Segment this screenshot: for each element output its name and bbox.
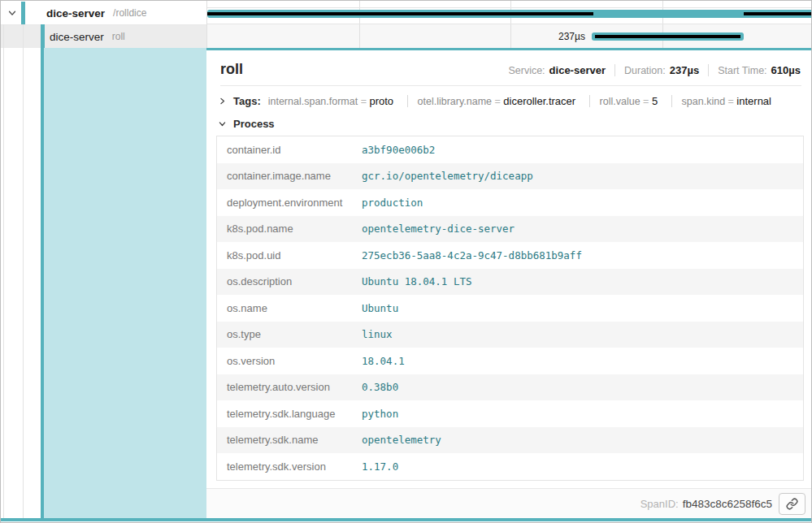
detail-header: roll Service: dice-server Duration: 237µ…	[206, 50, 812, 78]
attribute-value: 275ecb36-5aa8-4c2a-9c47-d8bb681b9aff	[362, 249, 582, 262]
jaeger-span-detail-view: dice-server /rolldice dice-server roll 2…	[0, 0, 812, 523]
critical-path-segment	[595, 35, 740, 38]
meta-value: 237µs	[670, 64, 699, 76]
tag-key: otel.library.name	[418, 96, 492, 107]
span-bar-rolldice[interactable]	[207, 10, 812, 18]
tag-item: internal.span.format = proto	[268, 95, 393, 107]
attribute-value: 0.38b0	[362, 381, 398, 393]
meta-item: Start Time: 610µs	[708, 64, 801, 76]
attribute-key: telemetry.sdk.name	[217, 434, 362, 446]
meta-value: dice-server	[549, 64, 606, 76]
attribute-value: python	[362, 408, 398, 420]
span-row-rolldice[interactable]: dice-server /rolldice	[1, 2, 206, 25]
meta-item: Duration: 237µs	[614, 64, 699, 76]
attribute-key: os.type	[217, 328, 362, 340]
tag-item: roll.value = 5	[589, 95, 658, 107]
expanded-row-bottom-accent	[1, 518, 811, 521]
attribute-value: linux	[362, 328, 393, 340]
meta-label: Start Time:	[718, 65, 766, 76]
table-row: k8s.pod.uid 275ecb36-5aa8-4c2a-9c47-d8bb…	[217, 242, 803, 269]
process-accordion[interactable]: Process	[206, 108, 812, 130]
attribute-value: opentelemetry-dice-server	[362, 223, 515, 235]
span-meta: Service: dice-server Duration: 237µs Sta…	[508, 64, 801, 76]
copy-link-button[interactable]	[779, 493, 805, 515]
link-icon	[786, 498, 798, 510]
table-row: os.description Ubuntu 18.04.1 LTS	[217, 269, 803, 296]
attribute-key: container.image.name	[217, 170, 362, 182]
attribute-key: deployment.environment	[217, 197, 362, 209]
attribute-key: os.version	[217, 355, 362, 367]
span-row-roll-selected[interactable]: dice-server roll	[1, 25, 206, 48]
attribute-value: production	[362, 197, 423, 209]
tag-key: roll.value	[600, 96, 640, 107]
expanded-row-fill	[44, 48, 206, 518]
table-row: os.type linux	[217, 322, 803, 348]
span-title: roll	[220, 61, 243, 78]
attribute-key: os.name	[217, 302, 362, 314]
meta-label: Service:	[508, 65, 545, 76]
span-bar-roll[interactable]	[592, 32, 744, 41]
tag-item: otel.library.name = diceroller.tracer	[407, 95, 576, 107]
detail-footer: SpanID: fb483c8c6258f6c5	[206, 488, 812, 518]
attribute-value: 1.17.0	[362, 460, 398, 473]
trace-timeline: 237µs	[206, 1, 812, 48]
tag-value: proto	[369, 95, 393, 107]
table-row: os.name Ubuntu	[217, 295, 803, 322]
tag-key: internal.span.format	[268, 96, 358, 107]
tag-key: span.kind	[682, 96, 726, 107]
collapse-chevron-icon[interactable]	[7, 7, 18, 19]
table-row: telemetry.sdk.language python	[217, 400, 803, 427]
chevron-down-icon	[217, 119, 228, 129]
span-id-label: SpanID:	[640, 498, 679, 510]
table-row: deployment.environment production	[217, 189, 803, 216]
tag-value: diceroller.tracer	[503, 95, 575, 107]
service-name: dice-server	[46, 7, 105, 19]
attribute-value: Ubuntu	[362, 302, 398, 314]
table-row: telemetry.sdk.name opentelemetry	[217, 427, 803, 454]
attribute-key: container.id	[217, 144, 362, 156]
attribute-value: gcr.io/opentelemetry/diceapp	[362, 170, 533, 182]
tag-value: 5	[652, 95, 658, 107]
span-id-value: fb483c8c6258f6c5	[683, 498, 772, 510]
operation-name: /rolldice	[113, 7, 146, 19]
indent-guide	[3, 24, 4, 518]
span-detail-panel: roll Service: dice-server Duration: 237µ…	[206, 48, 812, 518]
critical-path-segment	[744, 12, 812, 15]
ruler-divider	[207, 7, 812, 8]
tags-accordion[interactable]: Tags: internal.span.format = proto otel.…	[206, 86, 812, 108]
table-row: telemetry.auto.version 0.38b0	[217, 374, 803, 401]
span-tree-panel: dice-server /rolldice dice-server roll	[1, 1, 206, 518]
operation-name: roll	[112, 31, 125, 42]
meta-item: Service: dice-server	[508, 64, 606, 76]
service-name: dice-server	[50, 31, 104, 43]
critical-path-segment	[207, 12, 593, 15]
row-divider	[207, 24, 812, 24]
attribute-key: k8s.pod.name	[217, 223, 362, 235]
attribute-key: k8s.pod.uid	[217, 249, 362, 262]
meta-value: 610µs	[771, 64, 801, 76]
process-attributes-table: container.id a3bf90e006b2 container.imag…	[216, 136, 804, 481]
attribute-value: 18.04.1	[362, 355, 405, 367]
attribute-value: opentelemetry	[362, 434, 441, 446]
tags-label: Tags:	[233, 95, 261, 107]
table-row: os.version 18.04.1	[217, 348, 803, 374]
span-duration-label: 237µs	[207, 31, 585, 42]
service-color-bar	[21, 2, 25, 24]
meta-label: Duration:	[624, 65, 666, 76]
attribute-key: telemetry.auto.version	[217, 381, 362, 393]
attribute-value: Ubuntu 18.04.1 LTS	[362, 275, 471, 287]
tag-value: internal	[736, 95, 771, 107]
indent-guide	[23, 24, 24, 518]
table-row: container.image.name gcr.io/opentelemetr…	[217, 163, 803, 190]
chevron-right-icon	[217, 96, 228, 106]
table-row: telemetry.sdk.version 1.17.0	[217, 453, 803, 480]
attribute-key: telemetry.sdk.language	[217, 408, 362, 420]
tags-list: internal.span.format = proto otel.librar…	[268, 93, 771, 108]
attribute-value: a3bf90e006b2	[362, 144, 435, 156]
tag-item: span.kind = internal	[671, 95, 771, 107]
process-label: Process	[233, 118, 275, 130]
attribute-key: os.description	[217, 275, 362, 287]
table-row: k8s.pod.name opentelemetry-dice-server	[217, 216, 803, 243]
attribute-key: telemetry.sdk.version	[217, 460, 362, 473]
table-row: container.id a3bf90e006b2	[217, 136, 803, 163]
